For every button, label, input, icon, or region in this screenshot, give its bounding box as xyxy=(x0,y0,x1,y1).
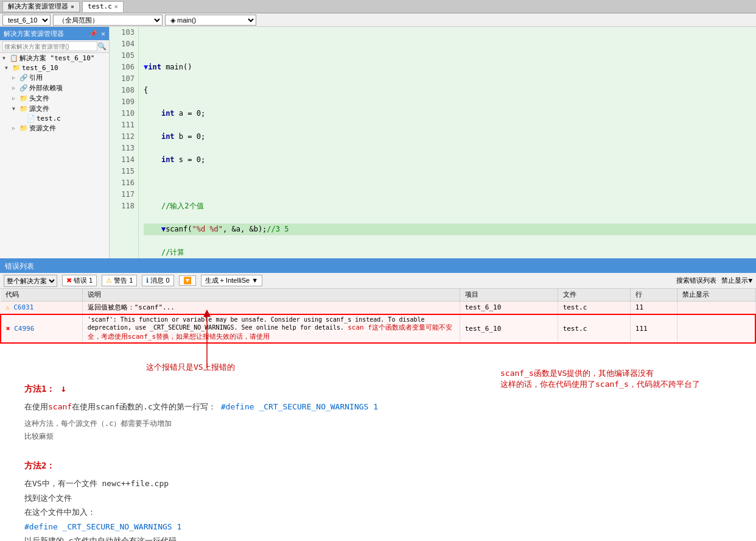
cell-code: ⚠ C6031 xyxy=(1,301,82,314)
method1-scanf-highlight: scanf xyxy=(48,402,72,411)
method1-right-line1: scanf_s函数是VS提供的，其他编译器没有 xyxy=(500,368,732,379)
tab-test-c[interactable]: test.c ✕ xyxy=(82,1,124,12)
symbol-selector[interactable]: ◈ main() xyxy=(165,15,256,26)
tab-solution-explorer[interactable]: 解决方案资源管理器 ▪ xyxy=(2,1,80,12)
generate-btn[interactable]: 生成 + IntelliSe ▼ xyxy=(201,275,263,286)
arrow-icon: ▷ xyxy=(12,96,18,101)
arrow-label-text: 这个报错只是VS上报错的 xyxy=(146,362,235,372)
col-line: 行 xyxy=(630,289,677,301)
scope-selector[interactable]: （全局范围） xyxy=(53,15,163,26)
project-icon: 📁 xyxy=(12,64,21,72)
code-line-104: ▼int main() xyxy=(144,62,756,73)
method1-note2: 比较麻烦 xyxy=(24,431,476,442)
method2-block: 方法2： 在VS中，有一个文件 newc++file.cpp 找到这个文件 在这… xyxy=(24,460,732,541)
code-editor[interactable]: 103 104 105 106 107 108 109 110 111 112 … xyxy=(110,27,756,258)
ide-main: 解决方案资源管理器 📌 ✕ 🔍 ▼ 📋 解决方案 "test_6_10" ▼ 📁… xyxy=(0,27,756,258)
tree-item-sources[interactable]: ▼ 📁 源文件 xyxy=(0,104,109,114)
cell-project-c4996: test_6_10 xyxy=(460,314,558,343)
solution-label: 解决方案 "test_6_10" xyxy=(19,54,94,63)
arrow-icon: ▷ xyxy=(12,85,18,91)
code-line-105: { xyxy=(144,85,756,96)
warning-icon: ⚠ xyxy=(106,277,112,285)
tree-item-references[interactable]: ▷ 🔗 引用 xyxy=(0,72,109,83)
file-icon: 📄 xyxy=(27,115,35,122)
code-content[interactable]: ▼int main() { int a = 0; int b = 0; int … xyxy=(139,27,756,258)
resources-label: 资源文件 xyxy=(29,124,56,133)
table-row[interactable]: ⚠ C6031 返回值被忽略："scanf"... test_6_10 test… xyxy=(1,301,755,314)
col-desc: 说明 xyxy=(82,289,460,301)
panel-tab-bar: 解决方案资源管理器 ▪ test.c ✕ xyxy=(0,0,756,13)
tree-item-resources[interactable]: ▷ 📁 资源文件 xyxy=(0,123,109,133)
search-icon[interactable]: 🔍 xyxy=(97,42,107,51)
sources-label: 源文件 xyxy=(29,104,49,113)
error-filter-messages[interactable]: ℹ 消息 0 xyxy=(142,275,173,286)
method1-title: 方法1： ↓ xyxy=(24,383,476,395)
error-scope-selector[interactable]: 整个解决方案 xyxy=(4,275,57,287)
error-filter-errors[interactable]: ✖ 错误 1 xyxy=(62,275,97,286)
sidebar-search-input[interactable] xyxy=(2,41,97,51)
sidebar-title: 解决方案资源管理器 📌 ✕ xyxy=(0,27,109,40)
code-line-103 xyxy=(144,38,756,50)
code-line-110: //输入2个值 xyxy=(144,200,756,212)
method2-line4: 以后新建的.c文件中自动就会有这一行代码 xyxy=(24,534,732,541)
col-project: 项目 xyxy=(460,289,558,301)
arrow-icon: ▼ xyxy=(2,55,9,61)
error-filter-warnings[interactable]: ⚠ 警告 1 xyxy=(102,275,137,286)
sidebar-pin-icon[interactable]: 📌 ✕ xyxy=(89,30,105,38)
col-file: 文件 xyxy=(558,289,630,301)
tab-solution-explorer-close[interactable]: ▪ xyxy=(71,3,74,10)
tree-item-external-deps[interactable]: ▷ 🔗 外部依赖项 xyxy=(0,83,109,93)
source-folder-icon: 📁 xyxy=(19,105,28,113)
solution-icon: 📋 xyxy=(10,54,18,62)
filter-icon: 🔽 xyxy=(183,277,192,285)
file-selector[interactable]: test_6_10 xyxy=(2,15,51,26)
annotation-block-1: 这个报错只是VS上报错的 方法1： ↓ 在使用scanf在使用scanf函数的.… xyxy=(24,362,732,541)
tab-test-c-label: test.c xyxy=(88,2,112,10)
method1-code: #define _CRT_SECURE_NO_WARNINGS 1 xyxy=(221,402,378,411)
test-c-label: test.c xyxy=(37,115,61,122)
tree-item-test-c[interactable]: 📄 test.c xyxy=(0,114,109,123)
tab-test-c-close[interactable]: ✕ xyxy=(114,3,118,10)
method2-line1: 在VS中，有一个文件 newc++file.cpp xyxy=(24,476,732,490)
table-row[interactable]: ✖ C4996 'scanf': This function or variab… xyxy=(1,314,755,343)
tree-item-project[interactable]: ▼ 📁 test_6_10 xyxy=(0,63,109,72)
annotation-right: scanf_s函数是VS提供的，其他编译器没有 这样的话，你在代码使用了scan… xyxy=(500,368,732,442)
warning-count-label: 警告 1 xyxy=(114,276,133,285)
tree-item-headers[interactable]: ▷ 📁 头文件 xyxy=(0,93,109,104)
arrow-icon: ▼ xyxy=(12,106,18,111)
error-code-c4996: C4996 xyxy=(14,325,34,333)
code-line-108: int s = 0; xyxy=(144,154,756,166)
error-toolbar: 整个解决方案 ✖ 错误 1 ⚠ 警告 1 ℹ 消息 0 🔽 生成 + Intel… xyxy=(0,273,756,289)
error-icon: ✖ xyxy=(66,277,72,285)
project-label: test_6_10 xyxy=(22,64,58,72)
method1-body: 在使用scanf在使用scanf函数的.c文件的第一行写： #define _C… xyxy=(24,400,476,414)
method2-code: #define _CRT_SECURE_NO_WARNINGS 1 xyxy=(24,522,181,531)
method1-line1-text: 在使用 xyxy=(24,402,48,411)
arrow-icon: ▼ xyxy=(5,65,11,71)
resource-icon: 📁 xyxy=(19,124,28,132)
sidebar-search-bar[interactable]: 🔍 xyxy=(0,40,109,53)
code-line-107: int b = 0; xyxy=(144,131,756,143)
error-panel-title: 错误列表 xyxy=(0,260,756,273)
editor-toolbar: test_6_10 （全局范围） ◈ main() xyxy=(0,13,756,27)
method1-right-line2: 这样的话，你在代码使用了scanf_s，代码就不跨平台了 xyxy=(500,379,732,390)
headers-label: 头文件 xyxy=(29,94,49,103)
method2-line3: 在这个文件中加入： xyxy=(24,505,732,519)
editor-body: 103 104 105 106 107 108 109 110 111 112 … xyxy=(110,27,756,258)
cell-line-c4996: 111 xyxy=(630,314,677,343)
cell-file-c4996: test.c xyxy=(558,314,630,343)
tree-item-solution[interactable]: ▼ 📋 解决方案 "test_6_10" xyxy=(0,53,109,63)
col-code: 代码 xyxy=(1,289,82,301)
col-suppress: 禁止显示 xyxy=(677,289,755,301)
code-line-112: //计算 xyxy=(144,247,756,258)
error-filter-btn[interactable]: 🔽 xyxy=(179,275,196,286)
method2-title-text: 方法2： xyxy=(24,461,55,470)
ide-container: 解决方案资源管理器 ▪ test.c ✕ test_6_10 （全局范围） ◈ … xyxy=(0,0,756,344)
references-label: 引用 xyxy=(29,73,43,82)
ext-dep-icon: 🔗 xyxy=(19,84,28,92)
arrow-icon: ▷ xyxy=(12,126,18,131)
cell-suppress-c6031 xyxy=(677,301,755,314)
arrow-note-1: 这个报错只是VS上报错的 xyxy=(146,362,476,373)
annotation-left: 这个报错只是VS上报错的 方法1： ↓ 在使用scanf在使用scanf函数的.… xyxy=(24,362,476,442)
code-line-111: ▼scanf("%d %d", &a, &b);//3 5 xyxy=(144,224,756,235)
